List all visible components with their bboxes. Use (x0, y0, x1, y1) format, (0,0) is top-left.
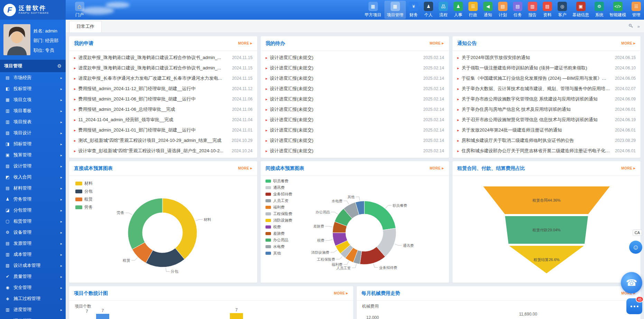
sidebar-item-市场经营[interactable]: ▤市场经营▸ (0, 72, 66, 83)
list-item[interactable]: ▸进度款申报_珠海鹤港口建设_珠海鹤港口建设工程合作协议书_admin_...2… (69, 52, 257, 63)
sidebar-item-设计管理[interactable]: ▨设计管理▸ (0, 161, 66, 172)
legend-item[interactable]: 业务招待费 (265, 192, 292, 197)
more-link[interactable]: MORE▶ (334, 291, 348, 295)
legend-item[interactable]: 职员餐费 (265, 178, 292, 184)
nav-module-流程[interactable]: 品流程 (436, 1, 450, 19)
sidebar-item-安全管理[interactable]: ◉安全管理▸ (0, 282, 66, 293)
sidebar-item-项目报表[interactable]: ▥项目报表▸ (0, 116, 66, 127)
donut-segment-劳务[interactable] (128, 198, 162, 249)
list-item[interactable]: ▸关于发放2024年第24批一级建造师注册证书的通知2024.06.01 (452, 125, 641, 135)
legend-item[interactable]: 劳务 (75, 204, 93, 210)
legend-item[interactable]: 其他 (265, 251, 292, 256)
list-item[interactable]: ▸关于举办市政公用设施数字化管理信息 系统建设与应用培训班的通知2024.06.… (452, 94, 641, 104)
list-item[interactable]: ▸测试_彭祖新城“四馆”景观工程设计项目_2024-10-29_admin_结束… (69, 135, 257, 146)
contact-float-button[interactable]: ☺ (629, 241, 642, 254)
more-link[interactable]: MORE▶ (430, 166, 444, 170)
sidebar-item-成本管理[interactable]: ▥成本管理▸ (0, 249, 66, 260)
sidebar-item-发票管理[interactable]: ▤发票管理▸ (0, 238, 66, 249)
legend-item[interactable]: 消防设施费 (265, 218, 292, 223)
list-item[interactable]: ▸设计进度汇报(未提交)2025.02.14 (261, 63, 449, 73)
list-item[interactable]: ▸进度款申报_长春市伊通河水力发电厂改建工程_长春市伊通河水力发电...2024… (69, 73, 257, 84)
nav-module-智能建模[interactable]: </>智能建模 (607, 1, 628, 19)
nav-module-个人[interactable]: ♟个人 (421, 1, 436, 19)
nav-module-基础信息[interactable]: ▣基础信息 (570, 1, 591, 19)
more-link[interactable]: MORE▶ (238, 41, 253, 45)
ca-widget[interactable]: CA (633, 230, 642, 236)
list-item[interactable]: ▸关于2024年国庆节放假安排的通知2024.06.15 (452, 52, 641, 63)
list-item[interactable]: ▸进度款申报_珠海鹤港口建设_珠海鹤港口建设工程合作协议书_admin_...2… (69, 63, 257, 73)
sidebar-item-分包管理[interactable]: ◪分包管理▸ (0, 205, 66, 216)
nav-module-管理[interactable]: ☰管理 (629, 1, 643, 19)
nav-module-计划[interactable]: ▤计划 (496, 1, 510, 19)
legend-item[interactable]: 福利费 (265, 205, 292, 210)
more-link[interactable]: MORE▶ (430, 41, 444, 45)
key-icon[interactable] (628, 23, 633, 29)
chat-float-button[interactable]: 45 (626, 298, 642, 314)
legend-item[interactable]: 工程保险费 (265, 211, 292, 216)
sidebar-item-劳务管理[interactable]: ♟劳务管理▸ (0, 194, 66, 205)
list-item[interactable]: ▸于征集《中国建筑施工行业信息化发展报告 (2024) —BIM应用与发展》材料… (452, 73, 641, 84)
gear-icon[interactable]: ⚙ (57, 63, 62, 69)
sidebar-item-进度管理[interactable]: ▥进度管理▸ (0, 304, 66, 315)
list-item[interactable]: ▸11_2024-11-04_admin_经营部_领导审批__完成2024.11… (69, 115, 257, 125)
more-link[interactable]: MORE▶ (621, 166, 636, 170)
list-item[interactable]: ▸设计进度汇报(未提交)2025.02.14 (261, 104, 449, 115)
sidebar-item-预算管理[interactable]: ▣预算管理▸ (0, 149, 66, 161)
list-item[interactable]: ▸设计进度汇报(未提交)2025.02.14 (261, 73, 449, 84)
sidebar-item-投标管理[interactable]: ◧投标管理▸ (0, 83, 66, 94)
legend-item[interactable]: 人员工资 (265, 198, 292, 203)
sidebar-item-施工过程管理[interactable]: ◈施工过程管理▸ (0, 293, 66, 304)
more-link[interactable]: MORE▶ (621, 41, 636, 45)
nav-module-客户[interactable]: ◎客户 (555, 1, 569, 19)
legend-item[interactable]: 租赁 (75, 196, 93, 202)
sidebar-item-项目看板[interactable]: ▥项目看板▸ (0, 105, 66, 116)
nav-module-行政[interactable]: ☰行政 (466, 1, 480, 19)
list-item[interactable]: ▸设计进度汇报(未提交)2025.02.14 (261, 125, 449, 135)
list-item[interactable]: ▸关于领取一级注册建造师培训贴的通知 (须持一建证书前来领取)2024.06.1… (452, 63, 641, 73)
sidebar-item-租赁管理[interactable]: ▢租赁管理▸ (0, 216, 66, 227)
list-item[interactable]: ▸费用报销_admin_2024-11-12_部门经理审批_胡建__运行中202… (69, 84, 257, 94)
sidebar-item-证件管理[interactable]: ▣证件管理▸ (0, 315, 66, 319)
nav-module-系统[interactable]: ⚙系统 (592, 1, 606, 19)
sidebar-item-设计成本管理[interactable]: ▧设计成本管理▸ (0, 260, 66, 271)
legend-item[interactable]: 材料 (75, 181, 93, 186)
legend-item[interactable]: 通讯费 (265, 185, 292, 190)
list-item[interactable]: ▸费用报销_admin_2024-11-01_部门经理审批_胡建__运行中202… (69, 125, 257, 135)
list-item[interactable]: ▸设计进度汇报(未提交)2025.02.14 (261, 135, 449, 146)
list-item[interactable]: ▸住房和城乡建设部办公厅关于同意吉林省开展二级建造师注册证书电子化试点...20… (452, 146, 641, 156)
nav-portal[interactable]: ⌂ 门户 (70, 2, 89, 18)
nav-module-人事[interactable]: ♟人事 (451, 1, 465, 19)
nav-module-任务[interactable]: ▤任务 (511, 1, 525, 19)
list-item[interactable]: ▸房和城乡建设厅关于取消二级建造师临时执业证书的公告2023.08.29 (452, 135, 641, 146)
list-item[interactable]: ▸设计进度汇报(未提交)2025.02.14 (261, 52, 449, 63)
more-link[interactable]: MORE▶ (238, 166, 253, 170)
nav-module-报告[interactable]: ▥报告 (525, 1, 540, 19)
sidebar-item-质量管理[interactable]: ✔质量管理▸ (0, 271, 66, 282)
sidebar-item-招标管理[interactable]: ◨招标管理▸ (0, 138, 66, 149)
donut-segment-材料[interactable] (162, 198, 197, 259)
sidebar-item-设备管理[interactable]: ⚙设备管理▸ (0, 227, 66, 238)
legend-item[interactable]: 办公用品 (265, 238, 292, 243)
tab-daily-work[interactable]: 日常工作 (69, 21, 102, 32)
list-item[interactable]: ▸关于举办大数据、云计算技术在城市建设、规划、管理与服务中的应用培训班...20… (452, 84, 641, 94)
sidebar-item-项目立项[interactable]: ▦项目立项▸ (0, 94, 66, 105)
service-float-button[interactable]: ☎ (621, 272, 642, 293)
sidebar-item-项目设计[interactable]: ▧项目设计▸ (0, 127, 66, 138)
legend-item[interactable]: 差旅费 (265, 231, 292, 236)
nav-module-通知[interactable]: ◀通知 (481, 1, 495, 19)
list-item[interactable]: ▸设计进度汇报(未提交)2025.02.14 (261, 94, 449, 104)
legend-item[interactable]: 分包 (75, 188, 93, 194)
list-item[interactable]: ▸费用报销_admin_2024-11-06_部门经理审批_胡建__运行中202… (69, 94, 257, 104)
sidebar-item-收入合同[interactable]: ◩收入合同▸ (0, 172, 66, 183)
nav-module-财务[interactable]: ¥财务 (407, 1, 421, 19)
sidebar-item-材料管理[interactable]: ▤材料管理▸ (0, 183, 66, 194)
collapse-icon[interactable]: » (637, 24, 640, 29)
list-item[interactable]: ▸关于举办住房与房地产信息化 技术及应用培训班的通知2024.06.01 (452, 104, 641, 115)
nav-module-资料[interactable]: ▤资料 (540, 1, 554, 19)
list-item[interactable]: ▸费用报销_admin_2024-11-06_总经理审批__完成2024.11.… (69, 104, 257, 115)
nav-module-项目管理[interactable]: ▦项目管理 (384, 1, 406, 19)
bar[interactable] (230, 313, 243, 319)
avatar[interactable] (3, 24, 30, 55)
bar[interactable] (96, 314, 109, 319)
list-item[interactable]: ▸关于召开市政公用设施智慧化管理信息 信息技术与应用培训班的通知2024.06.… (452, 115, 641, 125)
